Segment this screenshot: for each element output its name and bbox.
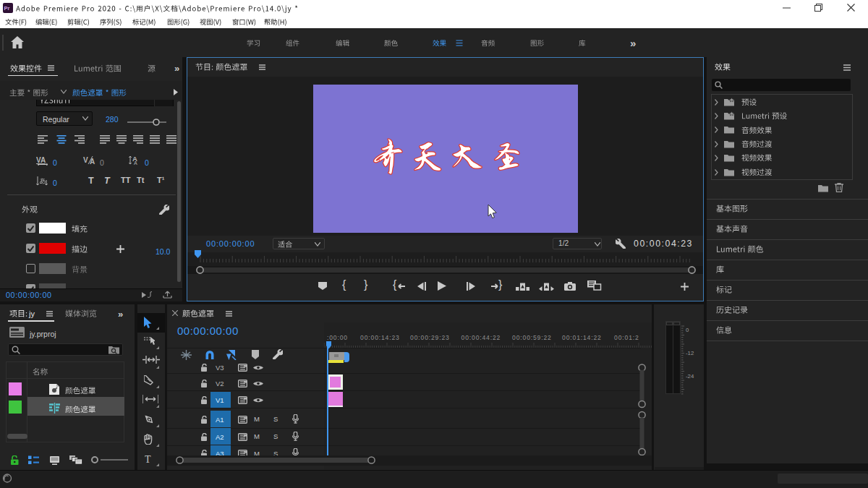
svg-text:V: V [83,156,88,164]
svg-text:A: A [90,158,95,166]
svg-text:T: T [145,454,151,464]
svg-text:VA: VA [36,156,46,164]
svg-text:A: A [134,160,137,166]
